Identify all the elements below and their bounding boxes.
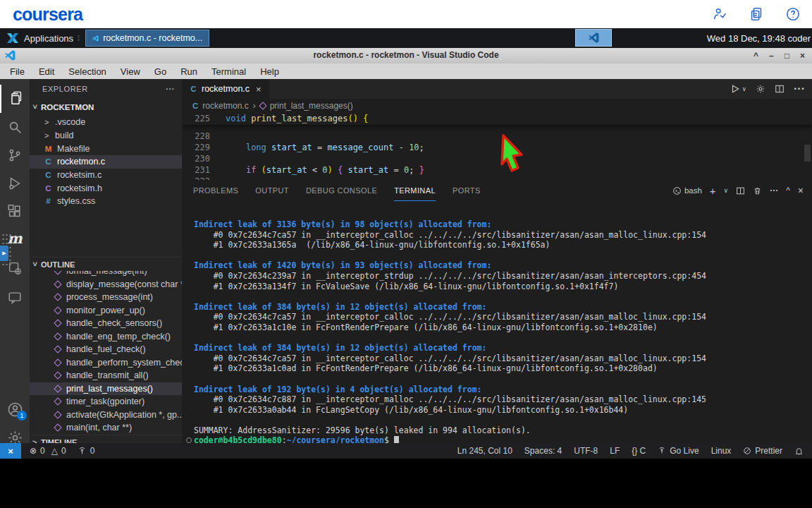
outline-item[interactable]: handle_eng_temp_check() [30, 330, 182, 344]
instructor-icon[interactable] [712, 6, 727, 22]
file-tree-item-rocketmon-c[interactable]: Crocketmon.c [30, 155, 182, 169]
breadcrumb[interactable]: C rocketmon.c › print_last_messages() [182, 99, 812, 113]
status-spaces-4[interactable]: Spaces: 4 [524, 446, 562, 456]
menu-run[interactable]: Run [173, 66, 204, 77]
outline-item[interactable]: process_message(int) [30, 291, 182, 304]
panel-tab-terminal[interactable]: TERMINAL [394, 180, 436, 201]
menu-selection[interactable]: Selection [61, 66, 113, 77]
status-ln-245-col-10[interactable]: Ln 245, Col 10 [457, 446, 512, 456]
run-file-button[interactable]: ∨ [730, 84, 746, 94]
code-editor[interactable]: 225void print_last_messages() { 228229 l… [182, 113, 812, 180]
outline-item[interactable]: activate(GtkApplication *, gp... [30, 409, 182, 422]
status-lf[interactable]: LF [610, 446, 620, 456]
run-debug-icon[interactable] [0, 169, 30, 198]
outline-section-header[interactable]: > OUTLINE [32, 257, 182, 271]
outline-item[interactable]: handle_check_sensors() [30, 317, 182, 330]
chat-icon[interactable] [0, 284, 30, 312]
file-tree-item-makefile[interactable]: MMakefile [30, 142, 182, 155]
source-control-icon[interactable] [0, 141, 30, 169]
problems-status[interactable]: ⊗ 0 △ 0 [30, 446, 66, 456]
more-actions-icon[interactable]: ··· [794, 83, 805, 95]
file-tree-item-rocketsim-c[interactable]: Crocketsim.c [30, 169, 182, 182]
explorer-root-folder[interactable]: > ROCKETMON [32, 100, 182, 114]
titlebar[interactable]: rocketmon.c - rocketmon - Visual Studio … [0, 48, 812, 64]
outline-item[interactable]: handle_transmit_all() [30, 369, 182, 382]
breadcrumb-symbol[interactable]: print_last_messages() [270, 101, 353, 111]
code-token: print_last_messages [251, 114, 347, 123]
applications-menu[interactable]: Applications [24, 33, 73, 44]
status-utf-8[interactable]: UTF-8 [574, 446, 598, 456]
menu-go[interactable]: Go [147, 66, 173, 77]
outline-item[interactable]: main(int, char **) [30, 421, 182, 435]
prompt-colon: : [282, 435, 287, 443]
maximize-icon[interactable]: □ [785, 51, 789, 61]
outline-item[interactable]: print_last_messages() [30, 382, 182, 396]
code-line[interactable]: 231 if (start_at < 0) { start_at = 0; } [182, 164, 812, 176]
taskbar-clock[interactable]: Wed 18 Dec, 19:48 coder [707, 33, 812, 44]
status-prettier[interactable]: Prettier [743, 446, 782, 456]
account-icon[interactable]: 1 [0, 395, 30, 423]
terminal-output[interactable]: Indirect leak of 3136 byte(s) in 98 obje… [182, 201, 812, 443]
prompt-path: ~/coursera/rocketmon [287, 435, 384, 443]
menu-edit[interactable]: Edit [32, 66, 61, 77]
close-panel-icon[interactable]: × [798, 185, 804, 196]
status--c[interactable]: {} C [632, 446, 646, 456]
menu-view[interactable]: View [113, 66, 147, 77]
extensions-icon[interactable] [0, 198, 30, 226]
help-icon[interactable] [785, 6, 801, 22]
sticky-scroll-line[interactable]: 225void print_last_messages() { [182, 113, 812, 125]
file-tree-item--vscode[interactable]: >.vscode [30, 116, 182, 129]
outline-item[interactable]: handle_fuel_check() [30, 343, 182, 356]
notifications-bell-icon[interactable] [794, 447, 804, 456]
dock-vscode-button[interactable] [575, 29, 612, 47]
file-tree-item-rocketsim-h[interactable]: Crocketsim.h [30, 181, 182, 195]
panel-tab-debug-console[interactable]: DEBUG CONSOLE [306, 180, 377, 201]
tab-rocketmon-c[interactable]: C rocketmon.c × [182, 79, 269, 99]
panel-tab-problems[interactable]: PROBLEMS [193, 180, 238, 201]
editor-scrollbar[interactable] [804, 145, 811, 162]
notes-icon[interactable] [749, 6, 764, 22]
terminal-profile[interactable]: bash [672, 186, 702, 195]
outline-item[interactable]: timer_task(gpointer) [30, 395, 182, 409]
search-icon[interactable] [0, 113, 30, 141]
rollup-icon[interactable]: ^ [753, 51, 758, 61]
taskbar-window-button[interactable]: rocketmon.c - rocketmo... [85, 30, 209, 47]
file-tree-item-styles-css[interactable]: #styles.css [30, 195, 182, 208]
ports-status[interactable]: 0 [78, 446, 95, 456]
applications-menu-icon[interactable] [6, 32, 19, 44]
more-actions-icon[interactable]: ··· [770, 186, 778, 195]
menu-file[interactable]: File [3, 66, 32, 77]
new-terminal-icon[interactable]: + [710, 185, 716, 197]
minimize-icon[interactable]: – [769, 51, 774, 61]
command-decoration-icon[interactable] [186, 437, 192, 443]
panel-tab-ports[interactable]: PORTS [453, 180, 481, 201]
terminal-prompt[interactable]: coder@b4b5cd9dbe80:~/coursera/rocketmon$ [194, 435, 812, 443]
lab-sidebar-toggle[interactable]: ▶ [0, 246, 8, 261]
close-icon[interactable]: × [800, 51, 805, 61]
code-line[interactable]: 228 [182, 131, 812, 142]
remote-indicator[interactable]: × [0, 443, 21, 459]
gear-icon[interactable] [756, 84, 765, 94]
explorer-icon[interactable] [0, 85, 30, 113]
outline-item[interactable]: display_message(const char *) [30, 278, 182, 291]
kill-terminal-icon[interactable] [753, 186, 762, 195]
close-icon[interactable]: × [256, 84, 262, 95]
split-editor-icon[interactable] [775, 84, 785, 94]
menu-help[interactable]: Help [253, 66, 286, 77]
status-linux[interactable]: Linux [711, 446, 732, 456]
more-actions-icon[interactable]: ··· [166, 85, 175, 93]
code-line[interactable]: 225void print_last_messages() { [182, 113, 812, 124]
code-line[interactable]: 229 long start_at = message_count - 10; [182, 142, 812, 153]
maximize-panel-icon[interactable]: ^ [786, 186, 790, 195]
status-go-live[interactable]: Go Live [658, 446, 699, 456]
split-terminal-icon[interactable] [736, 186, 745, 195]
outline-item[interactable]: handle_perform_system_chec... [30, 356, 182, 370]
outline-item[interactable]: monitor_power_up() [30, 304, 182, 318]
chevron-down-icon[interactable]: ∨ [724, 187, 729, 194]
file-tree-item-build[interactable]: >build [30, 129, 182, 143]
panel-tab-output[interactable]: OUTPUT [255, 180, 289, 201]
breadcrumb-file[interactable]: rocketmon.c [202, 101, 248, 111]
code-line[interactable]: 230 [182, 153, 812, 164]
outline-item[interactable]: format_message(int) [30, 271, 182, 278]
menu-terminal[interactable]: Terminal [204, 66, 253, 77]
